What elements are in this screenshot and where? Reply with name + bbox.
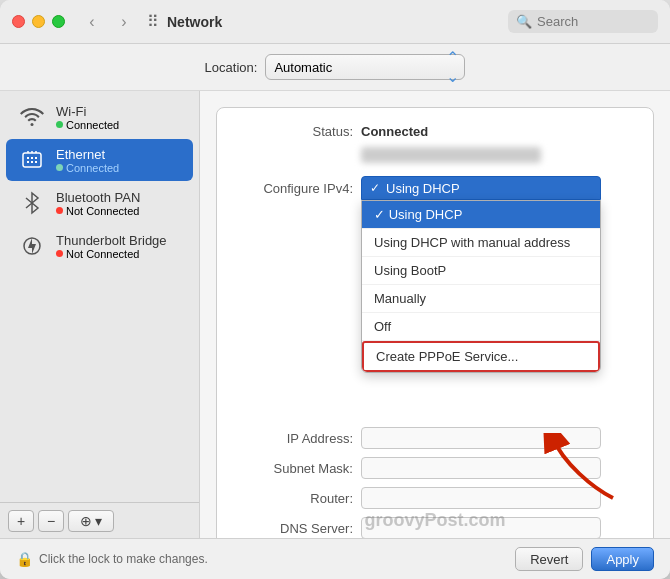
dns-server-row: DNS Server: bbox=[233, 515, 637, 538]
forward-button[interactable]: › bbox=[111, 12, 137, 32]
status-value: Connected bbox=[361, 124, 428, 139]
bluetooth-pan-info: Bluetooth PAN Not Connected bbox=[56, 190, 140, 217]
configure-dropdown-menu: ✓ Using DHCP Using DHCP with manual addr… bbox=[361, 200, 601, 373]
wifi-status-dot bbox=[56, 121, 63, 128]
status-label: Status: bbox=[233, 124, 353, 139]
ip-address-label: IP Address: bbox=[233, 431, 353, 446]
status-row: Status: Connected bbox=[233, 124, 637, 139]
add-network-button[interactable]: + bbox=[8, 510, 34, 532]
main-content: Wi-Fi Connected bbox=[0, 91, 670, 538]
search-bar[interactable]: 🔍 bbox=[508, 10, 658, 33]
back-button[interactable]: ‹ bbox=[79, 12, 105, 32]
ethernet-info: Ethernet Connected bbox=[56, 147, 119, 174]
configure-dropdown-wrapper: ✓ Using DHCP ✓ Using DHCP Using DHCP wit… bbox=[361, 176, 637, 200]
dhcp-checkmark: ✓ bbox=[374, 207, 389, 222]
blurred-ip-row bbox=[233, 147, 637, 163]
panel-inner: Status: Connected Configure IPv4: ✓ Usin… bbox=[216, 107, 654, 538]
search-input[interactable] bbox=[537, 14, 650, 29]
thunderbolt-bridge-info: Thunderbolt Bridge Not Connected bbox=[56, 233, 167, 260]
sidebar-item-thunderbolt-bridge[interactable]: Thunderbolt Bridge Not Connected bbox=[6, 225, 193, 267]
grid-icon[interactable]: ⠿ bbox=[147, 12, 159, 31]
dns-server-value bbox=[361, 517, 601, 538]
ip-address-value bbox=[361, 427, 601, 449]
ethernet-icon bbox=[18, 146, 46, 174]
dropdown-item-manually[interactable]: Manually bbox=[362, 285, 600, 313]
blurred-ip-value bbox=[361, 147, 541, 163]
window-title: Network bbox=[167, 14, 222, 30]
close-button[interactable] bbox=[12, 15, 25, 28]
configure-ipv4-row: Configure IPv4: ✓ Using DHCP ✓ Using DHC… bbox=[233, 175, 637, 201]
router-value bbox=[361, 487, 601, 509]
nav-buttons: ‹ › bbox=[79, 12, 137, 32]
subnet-mask-row: Subnet Mask: bbox=[233, 455, 637, 481]
svg-rect-0 bbox=[23, 153, 41, 167]
thunderbolt-icon bbox=[18, 232, 46, 260]
wifi-icon bbox=[18, 103, 46, 131]
ethernet-status-dot bbox=[56, 164, 63, 171]
dropdown-item-dhcp-manual[interactable]: Using DHCP with manual address bbox=[362, 229, 600, 257]
configure-label: Configure IPv4: bbox=[233, 181, 353, 196]
dropdown-selected-label: Using DHCP bbox=[386, 181, 460, 196]
right-panel: Status: Connected Configure IPv4: ✓ Usin… bbox=[200, 91, 670, 538]
minimize-button[interactable] bbox=[32, 15, 45, 28]
remove-network-button[interactable]: − bbox=[38, 510, 64, 532]
dropdown-item-create-pppoe[interactable]: Create PPPoE Service... bbox=[362, 341, 600, 372]
bottom-bar: 🔒 Click the lock to make changes. Revert… bbox=[0, 538, 670, 579]
wifi-info: Wi-Fi Connected bbox=[56, 104, 119, 131]
bluetooth-pan-status: Not Connected bbox=[56, 205, 140, 217]
maximize-button[interactable] bbox=[52, 15, 65, 28]
location-select-wrap[interactable]: Automatic ⌃⌄ bbox=[265, 54, 465, 80]
apply-button[interactable]: Apply bbox=[591, 547, 654, 571]
title-bar: ‹ › ⠿ Network 🔍 bbox=[0, 0, 670, 44]
ip-address-row: IP Address: bbox=[233, 425, 637, 451]
subnet-mask-label: Subnet Mask: bbox=[233, 461, 353, 476]
thunderbolt-bridge-status-dot bbox=[56, 250, 63, 257]
sidebar-item-bluetooth-pan[interactable]: Bluetooth PAN Not Connected bbox=[6, 182, 193, 224]
ethernet-status: Connected bbox=[56, 162, 119, 174]
checkmark-icon: ✓ bbox=[370, 181, 380, 195]
revert-button[interactable]: Revert bbox=[515, 547, 583, 571]
bottom-action-buttons: Revert Apply bbox=[515, 547, 654, 571]
sidebar: Wi-Fi Connected bbox=[0, 91, 200, 538]
subnet-mask-value bbox=[361, 457, 601, 479]
ethernet-name: Ethernet bbox=[56, 147, 119, 162]
router-label: Router: bbox=[233, 491, 353, 506]
configure-dropdown-trigger[interactable]: ✓ Using DHCP bbox=[361, 176, 601, 200]
wifi-status: Connected bbox=[56, 119, 119, 131]
dns-server-label: DNS Server: bbox=[233, 521, 353, 536]
lock-label: Click the lock to make changes. bbox=[39, 552, 208, 566]
bluetooth-icon bbox=[18, 189, 46, 217]
sidebar-toolbar: + − ⊕ ▾ bbox=[0, 502, 199, 538]
lock-area: 🔒 Click the lock to make changes. bbox=[16, 551, 208, 567]
wifi-name: Wi-Fi bbox=[56, 104, 119, 119]
bluetooth-pan-status-dot bbox=[56, 207, 63, 214]
dropdown-item-bootp[interactable]: Using BootP bbox=[362, 257, 600, 285]
window: ‹ › ⠿ Network 🔍 Location: Automatic ⌃⌄ bbox=[0, 0, 670, 579]
network-list: Wi-Fi Connected bbox=[0, 91, 199, 502]
bluetooth-pan-name: Bluetooth PAN bbox=[56, 190, 140, 205]
dropdown-item-off[interactable]: Off bbox=[362, 313, 600, 341]
lock-icon: 🔒 bbox=[16, 551, 33, 567]
search-icon: 🔍 bbox=[516, 14, 532, 29]
dropdown-item-dhcp[interactable]: ✓ Using DHCP bbox=[362, 201, 600, 229]
location-bar: Location: Automatic ⌃⌄ bbox=[0, 44, 670, 91]
location-select[interactable]: Automatic bbox=[265, 54, 465, 80]
location-label: Location: bbox=[205, 60, 258, 75]
traffic-lights bbox=[12, 15, 65, 28]
settings-icon: ⊕ ▾ bbox=[80, 513, 103, 529]
settings-button[interactable]: ⊕ ▾ bbox=[68, 510, 114, 532]
thunderbolt-bridge-name: Thunderbolt Bridge bbox=[56, 233, 167, 248]
thunderbolt-bridge-status: Not Connected bbox=[56, 248, 167, 260]
sidebar-item-ethernet[interactable]: Ethernet Connected bbox=[6, 139, 193, 181]
router-row: Router: bbox=[233, 485, 637, 511]
sidebar-item-wifi[interactable]: Wi-Fi Connected bbox=[6, 96, 193, 138]
